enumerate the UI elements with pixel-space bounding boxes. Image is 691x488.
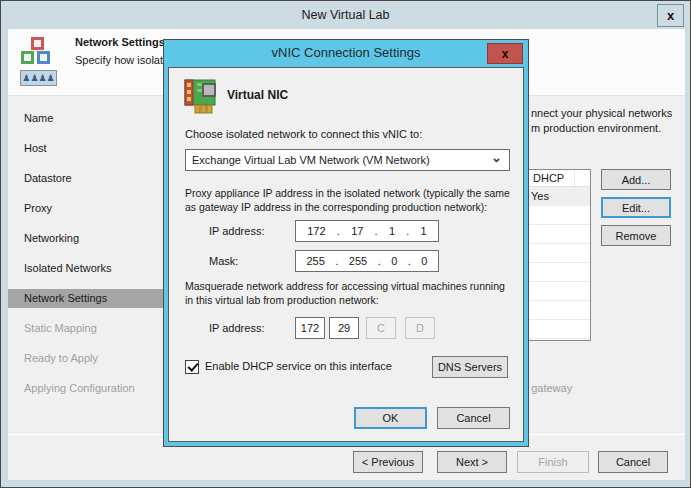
masq-octet-input-4: D xyxy=(405,317,435,339)
masq-octet-input-3: C xyxy=(366,317,396,339)
sidebar-item-ready-to-apply: Ready to Apply xyxy=(8,349,164,368)
dhcp-checkbox[interactable] xyxy=(185,360,199,374)
previous-button[interactable]: < Previous xyxy=(353,451,423,473)
proxy-ip-input[interactable]: 172 . 17 . 1 . 1 xyxy=(295,220,439,242)
masq-octet-input-1[interactable]: 172 xyxy=(295,317,325,339)
sidebar-item-host[interactable]: Host xyxy=(8,139,164,158)
wizard-cancel-button[interactable]: Cancel xyxy=(598,451,668,473)
network-select-label: Choose isolated network to connect this … xyxy=(185,128,422,140)
ip-octet-2: 17 xyxy=(351,225,363,237)
octet-dot: . xyxy=(406,225,409,237)
page-intro-line1: nnect your physical networks xyxy=(531,107,672,119)
sidebar-item-applying-configuration: Applying Configuration xyxy=(8,379,164,398)
window-close-button[interactable]: x xyxy=(657,4,684,27)
close-icon: x xyxy=(667,8,674,23)
masquerade-ip-label: IP address: xyxy=(209,322,264,334)
ok-button[interactable]: OK xyxy=(354,407,427,429)
ip-octet-4: 1 xyxy=(421,225,427,237)
proxy-text-line1: Proxy appliance IP address in the isolat… xyxy=(185,187,510,199)
add-button[interactable]: Add... xyxy=(601,169,671,190)
green-square-icon xyxy=(21,51,34,64)
modal-title: vNIC Connection Settings xyxy=(272,40,421,66)
window-titlebar[interactable]: New Virtual Lab xyxy=(1,1,690,29)
wizard-step-description: Specify how isolate xyxy=(75,54,169,66)
sidebar-item-proxy[interactable]: Proxy xyxy=(8,199,164,218)
sidebar-item-name[interactable]: Name xyxy=(8,109,164,128)
new-virtual-lab-window: New Virtual Lab x ♟♟♟♟ Network Settings … xyxy=(0,0,691,488)
selected-network-value: Exchange Virtual Lab VM Network (VM Netw… xyxy=(192,154,430,166)
ip-address-label: IP address: xyxy=(209,225,264,237)
octet-dot: . xyxy=(337,225,340,237)
virtual-nic-icon xyxy=(183,78,221,114)
sidebar-item-datastore[interactable]: Datastore xyxy=(8,169,164,188)
finish-button: Finish xyxy=(517,451,589,473)
vnic-connection-settings-dialog: vNIC Connection Settings x Virtual NIC xyxy=(163,39,529,447)
gateway-text-fragment: e gateway xyxy=(522,382,572,394)
chevron-down-icon: ⌄ xyxy=(491,148,502,168)
mask-octet-4: 0 xyxy=(421,255,427,267)
masquerade-text-line1: Masquerade network address for accessing… xyxy=(185,280,505,292)
window-title: New Virtual Lab xyxy=(301,1,389,29)
mask-input[interactable]: 255 . 255 . 0 . 0 xyxy=(295,250,439,272)
next-button[interactable]: Next > xyxy=(437,451,507,473)
mask-octet-1: 255 xyxy=(306,255,324,267)
modal-heading: Virtual NIC xyxy=(227,88,288,102)
mask-label: Mask: xyxy=(209,255,238,267)
edit-button[interactable]: Edit... xyxy=(601,197,671,218)
remove-button[interactable]: Remove xyxy=(601,225,671,246)
modal-cancel-button[interactable]: Cancel xyxy=(437,407,510,429)
octet-dot: . xyxy=(375,225,378,237)
isolated-network-select[interactable]: Exchange Virtual Lab VM Network (VM Netw… xyxy=(185,149,510,171)
blue-square-icon xyxy=(37,51,50,64)
proxy-text-line2: as gateway IP address in the correspondi… xyxy=(185,201,487,213)
mask-octet-2: 255 xyxy=(349,255,367,267)
people-row-icon: ♟♟♟♟ xyxy=(20,70,57,86)
wizard-step-title: Network Settings xyxy=(75,36,165,48)
dns-servers-button[interactable]: DNS Servers xyxy=(432,356,508,378)
network-settings-icon: ♟♟♟♟ xyxy=(8,29,68,89)
sidebar-item-networking[interactable]: Networking xyxy=(8,229,164,248)
octet-dot: . xyxy=(335,255,338,267)
sidebar-item-isolated-networks[interactable]: Isolated Networks xyxy=(8,259,164,278)
masq-octet-input-2[interactable]: 29 xyxy=(329,317,359,339)
octet-dot: . xyxy=(378,255,381,267)
modal-titlebar[interactable]: vNIC Connection Settings xyxy=(164,40,528,67)
masquerade-text-line2: in this virtual lab from production netw… xyxy=(185,294,379,306)
sidebar-item-network-settings[interactable]: Network Settings xyxy=(8,289,164,308)
page-intro-line2: m production environment. xyxy=(531,122,661,134)
ip-octet-3: 1 xyxy=(389,225,395,237)
dhcp-checkbox-label[interactable]: Enable DHCP service on this interface xyxy=(205,360,392,372)
octet-dot: . xyxy=(408,255,411,267)
ip-octet-1: 172 xyxy=(307,225,325,237)
modal-body: Virtual NIC Choose isolated network to c… xyxy=(168,67,524,442)
sidebar-item-static-mapping: Static Mapping xyxy=(8,319,164,338)
modal-close-button[interactable]: x xyxy=(487,43,523,64)
red-square-icon xyxy=(31,37,44,50)
close-icon: x xyxy=(502,47,509,61)
mask-octet-3: 0 xyxy=(391,255,397,267)
